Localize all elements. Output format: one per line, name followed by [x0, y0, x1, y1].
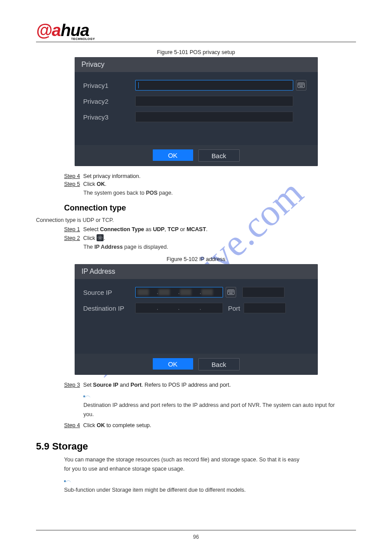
step4-num: Step 4	[64, 173, 80, 179]
svg-rect-10	[303, 85, 304, 86]
conn-step2-result: The IP Address page is displayed.	[83, 243, 356, 251]
dest-ip-input[interactable]: ...	[135, 303, 223, 313]
gear-icon	[97, 234, 104, 241]
svg-rect-29	[230, 292, 231, 293]
privacy3-input[interactable]	[135, 112, 293, 122]
privacy2-label: Privacy2	[83, 98, 135, 105]
step5-text-a: Click	[82, 181, 97, 187]
storage-note: Sub-function under Storage item might be…	[64, 486, 356, 494]
svg-rect-24	[230, 290, 231, 291]
figure-caption-102: Figure 5-102 IP address	[36, 256, 356, 262]
svg-rect-28	[229, 292, 230, 293]
svg-rect-27	[228, 292, 229, 293]
step5-result: The system goes back to POS page.	[83, 189, 356, 197]
svg-line-20	[101, 236, 102, 236]
svg-rect-8	[301, 85, 302, 86]
step4-text: Set privacy information.	[82, 173, 140, 179]
note-icon	[64, 477, 71, 485]
ip-back-button[interactable]: Back	[198, 358, 240, 370]
dest-ip-label: Destination IP	[83, 305, 135, 312]
svg-rect-32	[229, 293, 233, 294]
header-rule	[36, 42, 356, 42]
keyboard-icon[interactable]	[226, 287, 236, 297]
connection-type-heading: Connection type	[64, 203, 356, 213]
privacy-ok-button[interactable]: OK	[153, 149, 193, 161]
brand-logo: @ahua TECHNOLOGY	[36, 21, 95, 40]
dest-port-input[interactable]	[244, 303, 286, 313]
conn-step1-num: Step 1	[64, 226, 80, 232]
privacy3-label: Privacy3	[83, 113, 135, 121]
note-para-1: Destination IP address and port refers t…	[83, 401, 356, 410]
ip-step3-num: Step 3	[64, 382, 80, 388]
page: @ahua TECHNOLOGY manualshive.com Figure …	[0, 0, 392, 555]
page-number: 96	[0, 534, 392, 540]
step5-text-b: .	[105, 181, 106, 187]
text-cursor	[138, 82, 139, 88]
step5-line: Step 5 Click OK.	[64, 181, 356, 187]
svg-line-18	[101, 239, 102, 239]
ip-ok-button[interactable]: OK	[153, 358, 193, 370]
privacy-dialog-title: Privacy	[75, 57, 318, 72]
conn-step2-num: Step 2	[64, 235, 80, 241]
logo-rest: hua	[61, 21, 89, 40]
svg-line-19	[98, 239, 99, 239]
privacy1-label: Privacy1	[83, 82, 135, 89]
ip-step4-num: Step 4	[64, 422, 80, 428]
logo-letter-a: a	[52, 21, 61, 40]
storage-para-1: You can manage the storage resources (su…	[64, 456, 356, 464]
svg-rect-26	[233, 290, 234, 291]
svg-rect-22	[228, 290, 229, 291]
svg-rect-34	[64, 480, 66, 482]
conn-step2-line: Step 2 Click .	[64, 234, 356, 241]
svg-rect-23	[229, 290, 230, 291]
svg-rect-25	[231, 290, 232, 291]
svg-rect-4	[302, 83, 302, 84]
privacy1-input[interactable]	[135, 80, 293, 91]
svg-rect-11	[299, 86, 303, 87]
privacy-dialog: Privacy Privacy1 Privacy2 Privacy3	[75, 57, 318, 166]
svg-point-12	[99, 237, 101, 239]
conn-step1-line: Step 1 Select Connection Type as UDP, TC…	[64, 226, 356, 232]
figure-caption-101: Figure 5-101 POS privacy setup	[36, 49, 356, 55]
svg-rect-2	[299, 83, 300, 84]
svg-rect-6	[298, 85, 299, 86]
source-ip-label: Source IP	[83, 289, 135, 296]
ip-step3-line: Step 3 Set Source IP and Port. Refers to…	[64, 382, 356, 388]
source-ip-input[interactable]: ...	[135, 287, 223, 297]
note-para-2: you.	[83, 410, 356, 419]
privacy-back-button[interactable]: Back	[198, 149, 240, 162]
ip-step4-line: Step 4 Click OK to complete setup.	[64, 422, 356, 428]
footer-rule	[36, 530, 356, 530]
logo-ring: @	[36, 21, 52, 40]
privacy2-input[interactable]	[135, 96, 293, 106]
svg-rect-9	[302, 85, 302, 86]
svg-rect-5	[303, 83, 304, 84]
source-port-input[interactable]	[242, 287, 284, 297]
logo-subtext: TECHNOLOGY	[71, 37, 95, 40]
svg-rect-7	[299, 85, 300, 86]
keyboard-icon[interactable]	[296, 80, 306, 91]
step5-bold-ok: OK	[97, 181, 105, 187]
svg-rect-1	[298, 83, 299, 84]
ipaddress-dialog: IP Address Source IP ... Destination IP	[75, 264, 318, 375]
svg-rect-3	[301, 83, 302, 84]
storage-para-2: for you to use and enhance storage space…	[64, 465, 356, 473]
ipaddress-dialog-title: IP Address	[75, 264, 318, 279]
step4-line: Step 4 Set privacy information.	[64, 173, 356, 179]
step5-num: Step 5	[64, 181, 80, 187]
svg-rect-31	[233, 292, 234, 293]
conn-type-para: Connection type is UDP or TCP.	[36, 216, 356, 225]
svg-rect-30	[231, 292, 232, 293]
storage-heading: 5.9 Storage	[36, 441, 356, 452]
svg-rect-33	[83, 395, 85, 397]
note-icon	[83, 392, 90, 400]
port-label: Port	[228, 305, 241, 312]
svg-line-17	[98, 236, 99, 236]
